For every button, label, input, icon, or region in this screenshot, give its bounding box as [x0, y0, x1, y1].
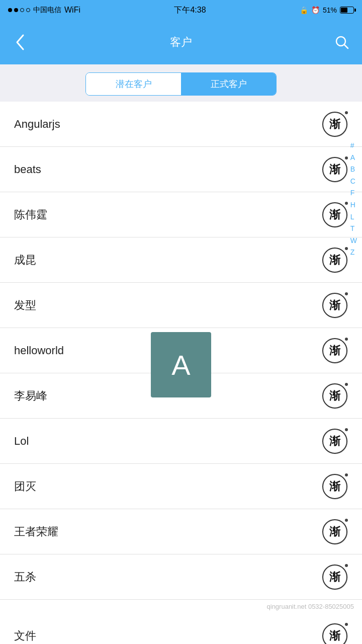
segment-container: 潜在客户 正式客户: [0, 64, 362, 96]
ink-badge: 渐: [322, 565, 347, 590]
list-item[interactable]: beats 渐: [0, 147, 362, 192]
dot-1: [8, 8, 12, 12]
ink-badge: 渐: [322, 429, 347, 454]
ink-badge: 渐: [322, 383, 347, 409]
list-item[interactable]: 发型 渐: [0, 283, 362, 328]
list-item[interactable]: Angularjs 渐: [0, 102, 362, 147]
ink-badge: 渐: [322, 157, 347, 182]
index-item-hash[interactable]: #: [350, 141, 357, 151]
list-item[interactable]: 文件 渐: [0, 613, 362, 644]
index-item-f[interactable]: F: [350, 188, 357, 198]
alarm-icon: ⏰: [311, 6, 320, 14]
item-icon: 渐: [322, 564, 348, 590]
ink-badge: 渐: [322, 293, 347, 318]
ink-badge: 渐: [322, 623, 347, 644]
lock-icon: 🔒: [300, 6, 308, 14]
index-bar: # A B C F H L T W Z: [350, 141, 357, 258]
item-name: 团灭: [14, 479, 36, 494]
dot-3: [20, 8, 24, 12]
index-item-b[interactable]: B: [350, 165, 357, 175]
battery-label: 51%: [323, 6, 337, 14]
list-item[interactable]: 陈伟霆 渐: [0, 192, 362, 237]
list-item[interactable]: 成昆 渐: [0, 237, 362, 283]
dot-2: [14, 8, 18, 12]
item-icon: 渐: [322, 202, 348, 228]
item-icon: 渐: [322, 473, 348, 500]
list-item[interactable]: Lol 渐: [0, 419, 362, 464]
index-item-w[interactable]: W: [350, 236, 357, 246]
item-name: 王者荣耀: [14, 524, 58, 539]
wifi-icon: WiFi: [64, 6, 80, 15]
ink-badge: 渐: [322, 519, 347, 544]
item-icon: 渐: [322, 247, 348, 273]
item-name: Lol: [14, 435, 29, 448]
item-icon: 渐: [322, 156, 348, 183]
index-item-c[interactable]: C: [350, 177, 357, 187]
index-item-h[interactable]: H: [350, 200, 357, 210]
index-item-l[interactable]: L: [350, 212, 357, 222]
back-button[interactable]: [10, 32, 30, 52]
item-name: 文件: [14, 628, 36, 643]
battery-fill: [341, 8, 347, 13]
status-right: 🔒 ⏰ 51%: [300, 6, 354, 14]
status-left: 中国电信 WiFi: [8, 6, 80, 15]
item-name: Angularjs: [14, 118, 60, 131]
index-item-a[interactable]: A: [350, 153, 357, 163]
item-icon: 渐: [322, 292, 348, 318]
popup-letter: A: [171, 349, 190, 381]
status-bar: 中国电信 WiFi 下午4:38 🔒 ⏰ 51%: [0, 0, 362, 20]
item-name: 成昆: [14, 253, 36, 268]
tab-formal-customers[interactable]: 正式客户: [181, 73, 276, 95]
item-icon: 渐: [322, 383, 348, 409]
tab-potential-customers[interactable]: 潜在客户: [86, 73, 181, 95]
index-popup: A: [151, 332, 211, 397]
item-icon: 渐: [322, 111, 348, 137]
item-name: beats: [14, 163, 41, 176]
index-item-t[interactable]: T: [350, 224, 357, 234]
dot-4: [26, 8, 30, 12]
ink-badge: 渐: [322, 202, 347, 227]
list-item[interactable]: 王者荣耀 渐: [0, 509, 362, 554]
watermark: qingruanit.net 0532-85025005: [0, 600, 362, 613]
ink-badge: 渐: [322, 338, 347, 363]
item-icon: 渐: [322, 519, 348, 545]
index-item-z[interactable]: Z: [350, 248, 357, 258]
ink-badge: 渐: [322, 474, 347, 499]
battery-icon: [340, 7, 354, 14]
nav-bar: 客户: [0, 20, 362, 64]
signal-dots: [8, 8, 30, 12]
time-label: 下午4:38: [174, 5, 206, 16]
list-item[interactable]: 团灭 渐: [0, 464, 362, 509]
segment-control: 潜在客户 正式客户: [85, 72, 277, 96]
list-item[interactable]: 五杀 渐: [0, 554, 362, 600]
ink-badge: 渐: [322, 248, 347, 273]
item-icon: 渐: [322, 428, 348, 454]
item-name: 五杀: [14, 570, 36, 585]
svg-line-1: [344, 45, 348, 48]
page-title: 客户: [170, 35, 192, 50]
item-name: 李易峰: [14, 388, 47, 404]
item-name: 发型: [14, 298, 36, 313]
item-name: helloworld: [14, 344, 64, 357]
carrier-label: 中国电信: [33, 6, 61, 15]
item-icon: 渐: [322, 338, 348, 364]
item-name: 陈伟霆: [14, 207, 47, 222]
ink-badge: 渐: [322, 112, 347, 137]
search-button[interactable]: [332, 32, 352, 52]
item-icon: 渐: [322, 623, 348, 644]
